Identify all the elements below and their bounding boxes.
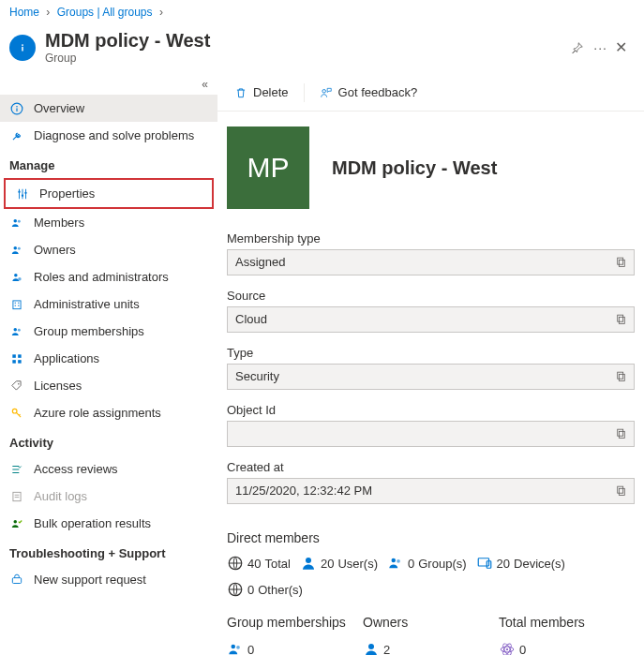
field-value: Security (227, 364, 635, 390)
sidebar-item-label: Owners (34, 243, 76, 257)
svg-rect-38 (618, 429, 623, 436)
device-icon (476, 555, 493, 572)
sidebar-item-owners[interactable]: Owners (0, 236, 217, 263)
sidebar-item-label: Access reviews (34, 462, 118, 476)
stat-number: 20 (497, 557, 510, 571)
field-value-text: Assigned (235, 255, 285, 269)
summary-row: Group memberships 0 Owners 2 Total membe… (227, 615, 635, 655)
field-value-text: Security (235, 369, 279, 383)
svg-point-49 (236, 646, 240, 649)
sidebar-item-overview[interactable]: Overview (0, 95, 217, 122)
copy-icon[interactable] (615, 427, 628, 440)
svg-rect-24 (18, 360, 22, 364)
field-value-text: Cloud (235, 312, 267, 326)
sidebar-item-properties[interactable]: Properties (6, 180, 212, 207)
copy-icon[interactable] (615, 313, 628, 326)
sidebar-item-label: Licenses (34, 379, 82, 393)
breadcrumb-groups[interactable]: Groups | All groups (57, 6, 153, 19)
svg-point-19 (14, 327, 18, 331)
summary-value[interactable]: 0 (227, 641, 363, 655)
people-icon (9, 216, 24, 230)
svg-point-11 (18, 246, 21, 249)
sidebar-item-label: New support request (34, 573, 146, 587)
pin-icon[interactable] (571, 41, 584, 54)
stat-users[interactable]: 20 User(s) (300, 555, 378, 572)
summary-number: 2 (383, 643, 390, 656)
breadcrumb-home[interactable]: Home (9, 6, 39, 19)
summary-group-memberships: Group memberships 0 (227, 615, 363, 655)
sidebar-item-admin-units[interactable]: Administrative units (0, 290, 217, 318)
sidebar-item-diagnose[interactable]: Diagnose and solve problems (0, 122, 217, 149)
stat-devices[interactable]: 20 Device(s) (476, 555, 565, 572)
copy-icon[interactable] (615, 370, 628, 383)
stat-label: Group(s) (418, 557, 466, 571)
sidebar-item-label: Azure role assignments (34, 406, 161, 420)
people-icon (387, 555, 404, 572)
svg-point-5 (18, 190, 20, 192)
svg-point-20 (18, 328, 21, 331)
key-icon (9, 407, 24, 420)
stat-total[interactable]: 40 Total (227, 555, 291, 572)
globe-icon (227, 555, 244, 572)
breadcrumb: Home › Groups | All groups › (0, 0, 644, 24)
svg-point-42 (306, 558, 311, 563)
sidebar-item-members[interactable]: Members (0, 209, 217, 236)
trash-icon (234, 86, 247, 99)
field-label: Type (227, 346, 635, 360)
svg-point-0 (22, 44, 23, 46)
sliders-icon (15, 187, 30, 201)
svg-point-7 (24, 191, 26, 193)
svg-point-12 (14, 273, 18, 276)
summary-owners: Owners 2 (363, 615, 499, 655)
summary-value[interactable]: 2 (363, 641, 499, 655)
delete-button[interactable]: Delete (227, 82, 296, 103)
summary-value[interactable]: 0 (499, 641, 635, 655)
sidebar-item-access-reviews[interactable]: Access reviews (0, 455, 217, 483)
info-icon (9, 102, 24, 115)
direct-members-section: Direct members 40 Total 20 User(s) 0 Gro… (217, 517, 644, 655)
svg-rect-4 (16, 108, 17, 112)
sidebar-item-support[interactable]: New support request (0, 566, 217, 593)
sidebar-item-applications[interactable]: Applications (0, 345, 217, 372)
sidebar-item-label: Overview (34, 101, 84, 115)
info-icon (9, 35, 36, 61)
sidebar-item-label: Administrative units (34, 297, 140, 311)
svg-rect-33 (619, 317, 624, 323)
field-value (227, 421, 635, 447)
person-badge-icon (9, 271, 24, 284)
summary-label: Owners (363, 615, 499, 630)
svg-point-10 (14, 246, 18, 249)
sidebar-item-licenses[interactable]: Licenses (0, 372, 217, 399)
stat-number: 0 (408, 557, 414, 571)
sidebar-item-group-memberships[interactable]: Group memberships (0, 318, 217, 345)
support-icon (9, 573, 24, 587)
stat-number: 0 (247, 583, 254, 597)
group-name: MDM policy - West (332, 157, 497, 179)
grid-icon (9, 352, 24, 365)
copy-icon[interactable] (615, 484, 628, 498)
more-icon[interactable]: ··· (593, 40, 607, 55)
collapse-chevron-icon[interactable]: « (0, 78, 217, 95)
svg-rect-29 (12, 577, 21, 583)
sidebar-item-audit-logs[interactable]: Audit logs (0, 483, 217, 510)
feedback-button[interactable]: Got feedback? (312, 82, 426, 103)
stat-others[interactable]: 0 Other(s) (227, 581, 303, 598)
svg-point-44 (397, 559, 400, 563)
svg-rect-18 (18, 305, 19, 305)
sidebar-item-azure-roles[interactable]: Azure role assignments (0, 399, 217, 426)
person-feedback-icon (320, 86, 333, 99)
svg-point-28 (14, 519, 18, 523)
sidebar-item-label: Audit logs (34, 489, 87, 503)
stat-label: Total (264, 557, 290, 571)
person-icon (363, 641, 380, 655)
stat-label: Other(s) (258, 583, 303, 597)
sidebar-item-roles[interactable]: Roles and administrators (0, 263, 217, 290)
sidebar-item-label: Diagnose and solve problems (34, 128, 194, 142)
svg-point-26 (12, 409, 17, 413)
svg-point-43 (392, 558, 397, 563)
close-icon[interactable]: ✕ (607, 35, 635, 60)
sidebar-item-bulk-results[interactable]: Bulk operation results (0, 510, 217, 537)
globe-icon (227, 581, 244, 598)
stat-groups[interactable]: 0 Group(s) (387, 555, 467, 572)
copy-icon[interactable] (615, 256, 628, 269)
